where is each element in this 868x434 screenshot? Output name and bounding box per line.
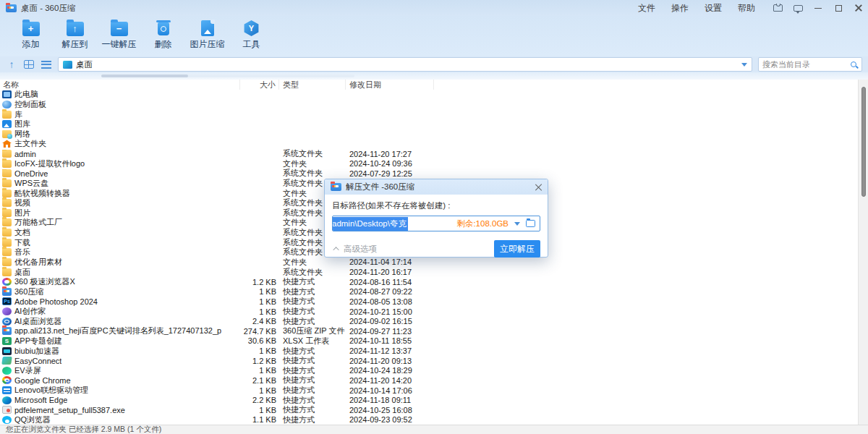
- file-row[interactable]: Google Chrome2.1 KB快捷方式2024-11-20 14:20: [0, 375, 868, 386]
- file-row[interactable]: 桌面系统文件夹2024-11-20 16:17: [0, 267, 868, 277]
- file-row[interactable]: IcoFX-提取软件logo文件夹2024-10-24 09:36: [0, 158, 868, 169]
- file-name-cell: IcoFX-提取软件logo: [0, 158, 240, 169]
- extract-button[interactable]: 立即解压: [494, 240, 540, 258]
- file-row[interactable]: 网络: [0, 129, 868, 140]
- ai-creator-icon: [2, 307, 12, 315]
- address-bar[interactable]: 桌面: [58, 57, 752, 72]
- file-row[interactable]: OneDrive系统文件夹2024-07-29 12:25: [0, 169, 868, 179]
- file-row[interactable]: APP专题创建30.6 KBXLSX 工作表2024-10-11 18:55: [0, 336, 868, 346]
- toolbar: +添加↑解压到−一键解压删除图片压缩Y工具: [0, 16, 868, 56]
- theme-icon[interactable]: [773, 3, 783, 13]
- file-row[interactable]: Adobe Photoshop 20241 KB快捷方式2024-08-05 1…: [0, 297, 868, 307]
- edge-icon: [2, 396, 12, 404]
- file-name: OneDrive: [14, 169, 48, 178]
- toolbar-button-one-click-extract[interactable]: −一键解压: [97, 19, 141, 51]
- window-title: 桌面 - 360压缩: [21, 3, 75, 14]
- file-row[interactable]: EasyConnect1.2 KB快捷方式2024-11-20 09:13: [0, 356, 868, 366]
- path-value[interactable]: admin\Desktop\夸克: [332, 217, 408, 231]
- menu-item-0[interactable]: 文件: [638, 2, 655, 14]
- file-date: 2024-11-04 17:14: [346, 258, 434, 266]
- horizontal-scrollbar[interactable]: [101, 75, 354, 77]
- search-box[interactable]: [758, 57, 862, 72]
- toolbar-button-add[interactable]: +添加: [9, 19, 53, 51]
- status-text: 您正在浏览文件夹 已经选择 2.9 MB (1 个文件): [6, 425, 161, 434]
- file-row[interactable]: admin系统文件夹2024-11-20 17:27: [0, 149, 868, 159]
- advanced-options-link[interactable]: 高级选项: [344, 244, 377, 255]
- menu-item-3[interactable]: 帮助: [738, 2, 755, 14]
- column-type[interactable]: 类型: [279, 80, 346, 90]
- folder-icon: [2, 268, 12, 276]
- file-row[interactable]: 控制面板: [0, 100, 868, 110]
- pdf-icon: [2, 406, 12, 414]
- dialog-app-icon: [331, 183, 341, 191]
- toolbar-button-tools[interactable]: Y工具: [229, 19, 273, 51]
- file-date: 2024-07-29 12:25: [346, 169, 434, 178]
- menu-item-1[interactable]: 操作: [671, 2, 689, 14]
- file-name: EasyConnect: [14, 357, 61, 365]
- control-panel-icon: [2, 101, 12, 109]
- dialog-footer: 高级选项 立即解压: [332, 240, 540, 258]
- file-date: 2024-11-20 09:13: [346, 357, 434, 365]
- file-row[interactable]: Lenovo联想驱动管理1 KB快捷方式2024-10-14 17:06: [0, 386, 868, 396]
- dialog-title-bar: 解压文件 -360压缩: [325, 179, 548, 195]
- collapse-chevron-icon[interactable]: [333, 247, 339, 252]
- address-dropdown-icon[interactable]: [741, 63, 747, 67]
- file-row[interactable]: 360 极速浏览器X1.2 KB快捷方式2024-08-16 11:54: [0, 277, 868, 287]
- file-name: Adobe Photoshop 2024: [14, 297, 98, 306]
- file-size: 1 KB: [240, 406, 279, 414]
- column-date[interactable]: 修改日期: [346, 80, 434, 90]
- file-row[interactable]: app.ali213.net_heji百度PC关键词排名列表_172740713…: [0, 326, 868, 336]
- toolbar-button-delete[interactable]: 删除: [141, 19, 185, 51]
- desktop-icon: [63, 61, 72, 69]
- dialog-close-icon[interactable]: [535, 184, 542, 191]
- list-view-icon[interactable]: [41, 59, 52, 70]
- image-compress-icon: [198, 20, 217, 36]
- file-row[interactable]: Microsoft Edge2.2 KB快捷方式2024-11-18 09:11: [0, 395, 868, 405]
- file-row[interactable]: 库: [0, 109, 868, 119]
- extract-to-icon: ↑: [66, 20, 85, 36]
- file-row[interactable]: 主文件夹: [0, 139, 868, 149]
- sub-strip: [0, 72, 868, 80]
- file-row[interactable]: 此电脑: [0, 90, 868, 100]
- file-type: 快捷方式: [279, 414, 346, 425]
- folder-icon: [2, 218, 12, 226]
- file-date: 2024-08-16 11:54: [346, 278, 434, 286]
- file-size: 30.6 KB: [240, 336, 279, 345]
- file-row[interactable]: QQ浏览器1.1 KB快捷方式2024-09-23 09:52: [0, 415, 868, 425]
- file-size: 1 KB: [240, 287, 279, 296]
- up-icon[interactable]: ↑: [6, 59, 17, 70]
- search-icon[interactable]: [851, 61, 856, 67]
- gallery-icon: [2, 120, 12, 128]
- close-button[interactable]: [854, 3, 864, 13]
- file-size: 1.2 KB: [240, 357, 279, 365]
- network-icon: [2, 130, 12, 138]
- column-size[interactable]: 大小: [240, 80, 279, 90]
- maximize-button[interactable]: [833, 3, 843, 13]
- column-name[interactable]: 名称: [0, 80, 240, 90]
- file-size: 1 KB: [240, 366, 279, 375]
- toolbar-button-extract-to[interactable]: ↑解压到: [53, 19, 97, 51]
- file-row[interactable]: AI桌面浏览器2.4 KB快捷方式2024-09-02 16:15: [0, 316, 868, 326]
- browse-folder-icon[interactable]: [526, 220, 535, 227]
- file-row[interactable]: pdfelement_setup_full5387.exe1 KB快捷方式202…: [0, 405, 868, 415]
- home-icon: [2, 140, 12, 148]
- path-dropdown-icon[interactable]: [514, 222, 520, 226]
- vertical-scrollbar[interactable]: [858, 80, 868, 425]
- file-row[interactable]: EV录屏1 KB快捷方式2024-10-24 18:29: [0, 366, 868, 376]
- feedback-icon[interactable]: [793, 3, 803, 13]
- file-row[interactable]: biubiu加速器1 KB快捷方式2024-11-12 13:37: [0, 346, 868, 356]
- grid-view-icon[interactable]: [23, 59, 35, 70]
- target-path-input[interactable]: admin\Desktop\夸克 剩余:108.0GB: [332, 216, 540, 231]
- menu-item-2[interactable]: 设置: [705, 2, 722, 14]
- file-row[interactable]: 图库: [0, 119, 868, 129]
- file-row[interactable]: 优化备用素材文件夹2024-11-04 17:14: [0, 258, 868, 268]
- search-input[interactable]: [762, 60, 851, 69]
- toolbar-button-image-compress[interactable]: 图片压缩: [185, 19, 229, 51]
- minimize-button[interactable]: [813, 3, 823, 13]
- vertical-scrollbar-thumb[interactable]: [861, 87, 866, 197]
- file-row[interactable]: AI创作家1 KB快捷方式2024-10-21 15:00: [0, 307, 868, 317]
- horizontal-scrollbar-thumb[interactable]: [101, 75, 188, 77]
- file-row[interactable]: 360压缩1 KB快捷方式2024-08-27 09:22: [0, 287, 868, 297]
- file-date: 2024-10-25 16:08: [346, 406, 434, 414]
- folder-icon: [2, 229, 12, 237]
